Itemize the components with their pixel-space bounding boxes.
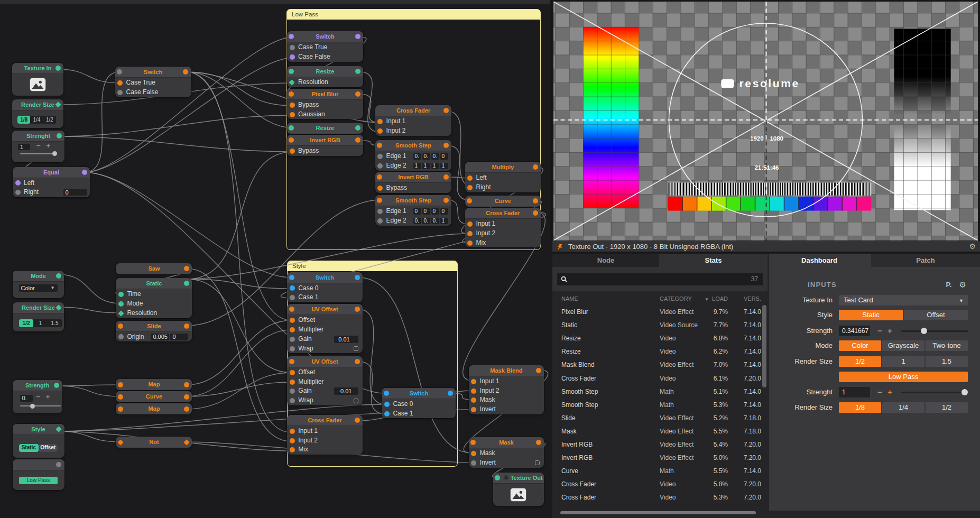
svg-text:resolume: resolume: [739, 77, 800, 89]
svg-text:1080: 1080: [770, 135, 783, 142]
svg-text:1920: 1920: [750, 135, 764, 142]
svg-text:21:51:46: 21:51:46: [754, 164, 779, 171]
